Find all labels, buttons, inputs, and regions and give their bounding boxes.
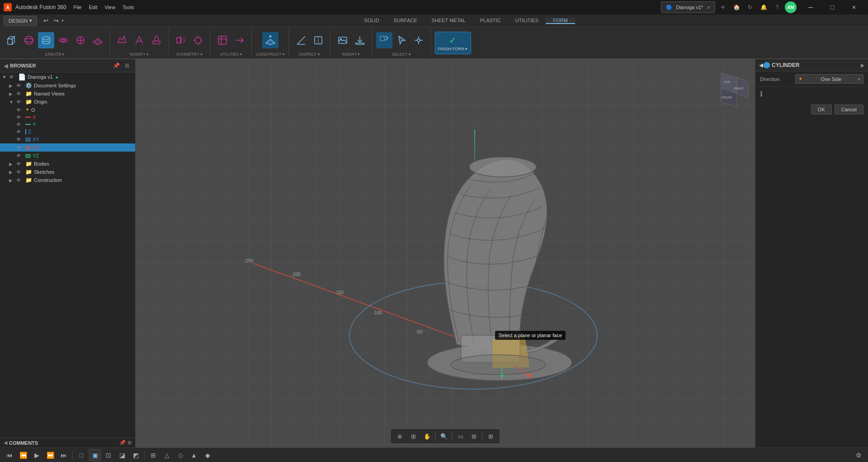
modify-group-label[interactable]: MODIFY ▾ bbox=[130, 52, 149, 57]
inspect-measure-btn[interactable] bbox=[293, 32, 309, 48]
timeline-solid-dia-btn[interactable]: ◆ bbox=[202, 449, 213, 461]
timeline-tri2-btn[interactable]: ◩ bbox=[130, 449, 142, 461]
utilities-display-btn[interactable] bbox=[214, 32, 231, 48]
timeline-tri1-btn[interactable]: ◪ bbox=[116, 449, 128, 461]
panel-ok-btn[interactable]: OK bbox=[811, 105, 832, 114]
tree-item-construction[interactable]: ▶ 👁 📁 Construction bbox=[0, 176, 135, 184]
tree-item-x[interactable]: 👁 X bbox=[0, 114, 135, 121]
eye-icon-y[interactable]: 👁 bbox=[16, 122, 24, 127]
eye-icon-yz[interactable]: 👁 bbox=[16, 153, 24, 158]
tree-item-origin[interactable]: ▼ 👁 📁 Origin bbox=[0, 98, 135, 106]
create-torus-btn[interactable] bbox=[55, 32, 71, 48]
timeline-solid-tri-btn[interactable]: ▲ bbox=[188, 449, 200, 461]
home-btn[interactable]: 🏠 bbox=[731, 1, 742, 13]
insert-group-label[interactable]: INSERT ▾ bbox=[342, 52, 360, 57]
user-avatar[interactable]: AM bbox=[785, 1, 797, 13]
create-box-btn[interactable] bbox=[4, 32, 20, 48]
undo-btn[interactable]: ↩ bbox=[41, 17, 51, 24]
tree-item-sketches[interactable]: ▶ 👁 📁 Sketches bbox=[0, 168, 135, 176]
insert-image-btn[interactable] bbox=[335, 32, 351, 48]
timeline-select-btn[interactable]: □ bbox=[75, 449, 87, 461]
playback-next-btn[interactable]: ⏩ bbox=[44, 449, 56, 461]
tree-item-bodies[interactable]: ▶ 👁 📁 Bodies bbox=[0, 160, 135, 168]
eye-icon-construction[interactable]: 👁 bbox=[16, 177, 24, 183]
timeline-grid-btn[interactable]: ⊞ bbox=[147, 449, 159, 461]
tree-item-xy[interactable]: 👁 XY bbox=[0, 135, 135, 143]
modify-edit-btn[interactable] bbox=[114, 32, 130, 48]
playback-end-btn[interactable]: ⏭ bbox=[58, 449, 70, 461]
panel-drag-handle[interactable]: ◀ bbox=[759, 62, 762, 68]
menu-edit[interactable]: Edit bbox=[89, 5, 97, 10]
symmetry-group-label[interactable]: SYMMETRY ▾ bbox=[176, 52, 203, 57]
eye-icon-xy[interactable]: 👁 bbox=[16, 137, 24, 142]
inspect-group-label[interactable]: INSPECT ▾ bbox=[299, 52, 320, 57]
eye-icon-x[interactable]: 👁 bbox=[16, 114, 24, 120]
eye-icon-sketches[interactable]: 👁 bbox=[16, 169, 24, 175]
symmetry-mirror-btn[interactable] bbox=[173, 32, 189, 48]
panel-cancel-btn[interactable]: Cancel bbox=[835, 105, 863, 114]
create-group-label[interactable]: CREATE ▾ bbox=[45, 52, 65, 57]
notification-btn[interactable]: 🔔 bbox=[758, 1, 769, 13]
timeline-settings-btn[interactable]: ⚙ bbox=[853, 449, 864, 461]
eye-icon-xz[interactable]: 👁 bbox=[16, 145, 24, 150]
nav-cube[interactable]: RIGHT TOP FRONT bbox=[710, 68, 750, 109]
comments-pin-btn[interactable]: 📌 bbox=[119, 440, 126, 446]
eye-icon-z[interactable]: 👁 bbox=[16, 129, 24, 134]
construct-group-label[interactable]: CONSTRUCT ▾ bbox=[256, 52, 285, 57]
create-sphere-btn[interactable] bbox=[21, 32, 37, 48]
panel-expand-btn[interactable]: ▶ bbox=[861, 62, 864, 68]
vp-pan-btn[interactable]: ✋ bbox=[421, 430, 434, 442]
refresh-btn[interactable]: ↻ bbox=[744, 1, 756, 13]
browser-back-btn[interactable]: ◀ bbox=[4, 62, 8, 69]
select-box-btn[interactable] bbox=[376, 32, 392, 48]
tree-item-doc-settings[interactable]: ▶ 👁 ⚙️ Document Settings bbox=[0, 81, 135, 90]
design-dropdown-btn[interactable]: DESIGN ▾ bbox=[4, 16, 37, 26]
inspect-section-btn[interactable] bbox=[310, 32, 326, 48]
insert-import-btn[interactable] bbox=[352, 32, 368, 48]
menu-tools[interactable]: Tools bbox=[123, 5, 134, 10]
select-group-label[interactable]: SELECT ▾ bbox=[392, 52, 410, 57]
menu-view[interactable]: View bbox=[104, 5, 115, 10]
tab-form[interactable]: FORM bbox=[546, 18, 575, 24]
direction-dropdown[interactable]: ✦ One Side ▾ bbox=[795, 74, 863, 84]
browser-pin-btn[interactable]: 📌 bbox=[112, 61, 121, 70]
modify-extrude-btn[interactable] bbox=[148, 32, 165, 48]
finish-form-btn[interactable]: ✓ FINISH FORM ▾ bbox=[435, 32, 471, 54]
vp-render-btn[interactable]: ⊞ bbox=[485, 430, 497, 442]
select-cursor-btn[interactable] bbox=[393, 32, 410, 48]
tab-surface[interactable]: SURFACE bbox=[387, 18, 425, 24]
eye-icon-named[interactable]: 👁 bbox=[16, 91, 24, 96]
tree-item-o[interactable]: 👁 ✦ O bbox=[0, 106, 135, 114]
redo-btn[interactable]: ↪ bbox=[51, 17, 61, 24]
viewport[interactable]: -250 -200 -150 -100 -50 bbox=[136, 59, 755, 448]
create-quadball-btn[interactable] bbox=[72, 32, 89, 48]
minimize-btn[interactable]: ─ bbox=[800, 0, 821, 14]
create-plane-btn[interactable] bbox=[90, 32, 106, 48]
tab-plastic[interactable]: PLASTIC bbox=[473, 18, 508, 24]
timeline-diamond-btn[interactable]: ◇ bbox=[175, 449, 186, 461]
tree-item-yz[interactable]: 👁 YZ bbox=[0, 152, 135, 160]
timeline-rect-btn[interactable]: ▣ bbox=[89, 449, 101, 461]
eye-icon-o[interactable]: 👁 bbox=[16, 107, 24, 113]
tree-item-z[interactable]: 👁 Z bbox=[0, 128, 135, 135]
maximize-btn[interactable]: □ bbox=[822, 0, 843, 14]
symmetry-circular-btn[interactable] bbox=[190, 32, 206, 48]
modify-crease-btn[interactable] bbox=[131, 32, 147, 48]
eye-icon[interactable]: 👁 bbox=[16, 83, 24, 88]
tree-item-named-views[interactable]: ▶ 👁 📁 Named Views bbox=[0, 90, 135, 98]
vp-grid-btn[interactable]: ⊞ bbox=[407, 430, 420, 442]
tab-close-btn[interactable]: × bbox=[707, 4, 710, 11]
utilities-group-label[interactable]: UTILITIES ▾ bbox=[220, 52, 242, 57]
playback-start-btn[interactable]: ⏮ bbox=[4, 449, 15, 461]
comments-back[interactable]: ◀ bbox=[4, 440, 7, 446]
tree-item-document[interactable]: ▼ 👁 📄 Dianoga v1 ● bbox=[0, 72, 135, 81]
vp-display-btn[interactable]: ⊞ bbox=[468, 430, 481, 442]
document-tab[interactable]: 🔵 Dianoga v1* × bbox=[661, 1, 715, 13]
select-filter-btn[interactable] bbox=[410, 32, 427, 48]
tab-solid[interactable]: SOLID bbox=[357, 18, 387, 24]
timeline-tri-btn[interactable]: △ bbox=[161, 449, 173, 461]
playback-play-btn[interactable]: ▶ bbox=[31, 449, 42, 461]
help-btn[interactable]: ? bbox=[771, 1, 783, 13]
new-tab-btn[interactable]: + bbox=[717, 1, 729, 13]
browser-expand-btn[interactable]: ⊞ bbox=[123, 61, 132, 70]
